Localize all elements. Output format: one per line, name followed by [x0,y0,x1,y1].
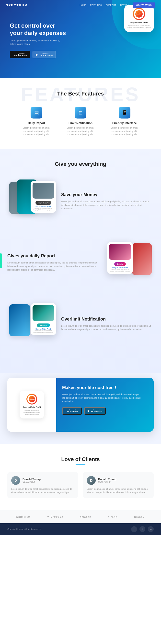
overlimit-desc: Lorem ipsum dolor sit amet, consectetur … [61,324,154,331]
report-icon: ▤ [34,110,39,116]
feature-friendly-interface: 📱 Friendly Interface Lorem ipsum dolor s… [108,107,142,136]
give-title: Give you everything [7,161,154,167]
google-store-button[interactable]: ▶ Download on the Store [32,51,56,58]
reviewer-name-1: Donald Trump [98,478,116,481]
phone-label: Easy to Make Profit [126,22,152,24]
daily-make-profit-label: Easy to Make Profit [109,267,131,268]
cta-google-icon: ▶ [88,409,90,412]
phone-sub: Spectrum let you save money by keeping d… [126,25,152,29]
cta-buttons: Download on the Store ▶ Download on the … [62,407,148,415]
save-phones-stack: Save Money Easy to Make Profit Spectrum … [7,177,56,226]
features-grid: ▤ Daily Report Lorem ipsum dolor sit ame… [10,107,151,136]
cta-wrapper: Turn it On Easy to Make Profit Spectrum … [0,373,161,444]
overlimit-make-profit-label: Easy to Make Profit [32,328,54,330]
nav-support[interactable]: SUPPORT [106,4,116,6]
feature-desc-0: Lorem ipsum dolor sit amet, consectetur … [19,126,54,136]
save-money-title: Save your Money [61,192,154,197]
brand-dropbox: ✦ Dropbox [47,515,63,518]
nav-links: HOME FEATURES SUPPORT REVIEW CONTACT US [80,2,155,8]
brand-disney: Disney· [134,516,145,518]
cta-right: Makes your life cost free ! Lorem ipsum … [56,378,154,432]
brand-amazon: amazon [80,516,91,518]
save-money-desc: Lorem ipsum dolor sit amet, consectetur … [61,200,154,210]
details-btn[interactable]: Details [114,262,126,266]
daily-report-text: Gives you daily Report Lorem ipsum dolor… [7,254,100,272]
clients-title: Love of Clients [7,456,154,462]
nav-features[interactable]: FEATURES [90,4,102,6]
navigation: SPECTRUM HOME FEATURES SUPPORT REVIEW CO… [0,0,161,10]
testimonial-header-1: D Donald Trump CEO, Amour [87,476,150,485]
limit-notification-icon-box: ⊟ [75,107,86,118]
cta-section: Turn it On Easy to Make Profit Spectrum … [7,378,154,432]
hero-buttons: Download on the Store ▶ Download on the … [10,51,151,58]
twitter-icon[interactable]: t [140,526,145,532]
title-underline [76,464,86,465]
footer-socials: f t in [131,526,154,532]
hero-subtitle: Lorem ipsum dolor sit amet, consectetur … [10,39,64,46]
brands-section: Walmart★ ✦ Dropbox amazon airbnb Disney· [0,510,161,523]
daily-report-phones-stack: Details Easy to Make Profit Spectrum let… [105,238,154,287]
testimonial-0: D Donald Trump CEO, Amour Lorem ipsum do… [7,472,78,498]
daily-report-desc: Lorem ipsum dolor sit amet, consectetur … [7,261,100,272]
save-money-row: Save Money Easy to Make Profit Spectrum … [7,177,154,226]
testimonial-text-1: Lorem ipsum dolor sit amet, consectetur … [87,487,150,494]
cta-apple-button[interactable]: Download on the Store [62,407,82,415]
overlimit-phone-back [9,304,30,336]
apple-store-button[interactable]: Download on the Store [10,51,30,58]
testimonial-header-0: D Donald Trump CEO, Amour [11,476,74,485]
teal-left-decoration [0,254,2,268]
feature-desc-1: Lorem ipsum dolor sit amet, consectetur … [63,126,98,136]
phone-make-profit-label: Easy to Make Profit [32,206,54,208]
google-play-icon: ▶ [36,53,38,56]
daily-report-title: Gives you daily Report [7,254,100,258]
overlimit-text: Overlimit Notification Lorem ipsum dolor… [61,316,154,331]
avatar-1: D [87,476,96,485]
avatar-0: D [11,476,20,485]
facebook-icon[interactable]: f [131,526,137,532]
friendly-interface-icon-box: 📱 [119,107,130,118]
overlimit-title: Overlimit Notification [61,316,154,322]
cta-phone-logo: Turn it On [29,398,35,400]
brand-airbnb: airbnb [108,516,118,518]
testimonial-text-0: Lorem ipsum dolor sit amet, consectetur … [11,487,74,494]
give-section: Give you everything Save Money Easy to M… [0,149,161,373]
daily-report-row: Details Easy to Make Profit Spectrum let… [7,238,154,287]
footer: Copyright Ithaca, All rights reserved f … [0,523,161,535]
feature-name-2: Friendly Interface [108,122,142,125]
overlimit-make-profit-sub: Spectrum let you save money by keeping d… [32,330,54,333]
message-btn[interactable]: Message [37,324,50,327]
cta-google-button[interactable]: ▶ Download on the Store [84,407,106,415]
cta-left: Turn it On Easy to Make Profit Spectrum … [7,378,56,432]
daily-phone-front: Details Easy to Make Profit Spectrum let… [107,242,133,274]
hero-section: Get control overyour daily expenses Lore… [0,0,161,78]
features-title: The Best Features [10,90,151,97]
nav-home[interactable]: HOME [80,4,86,6]
daily-make-profit-sub: Spectrum let you save money by keeping d… [109,268,131,272]
overlimit-phones-stack: Message Easy to Make Profit Spectrum let… [7,300,56,348]
phone-make-profit-sub: Spectrum let you save money by keeping d… [32,208,54,211]
cta-phone-label: Easy to Make Profit [22,406,41,408]
overlimit-row: Message Easy to Make Profit Spectrum let… [7,300,154,348]
notification-icon: ⊟ [78,110,83,116]
feature-limit-notification: ⊟ Limit Notification Lorem ipsum dolor s… [63,107,98,136]
contact-button[interactable]: CONTACT US [133,2,155,8]
interface-icon: 📱 [122,110,128,116]
cta-title: Makes your life cost free ! [62,385,148,390]
feature-name-0: Daily Report [19,122,54,125]
feature-name-1: Limit Notification [63,122,98,125]
save-money-btn[interactable]: Save Money [36,201,51,205]
testimonials-grid: D Donald Trump CEO, Amour Lorem ipsum do… [7,472,154,498]
brand-walmart: Walmart★ [16,515,30,518]
phone-logo-text: Turn it On [136,13,142,15]
phone-front: Save Money Easy to Make Profit Spectrum … [30,181,56,213]
testimonial-1: D Donald Trump CEO, Amour Lorem ipsum do… [83,472,154,498]
save-money-text: Save your Money Lorem ipsum dolor sit am… [61,192,154,210]
linkedin-icon[interactable]: in [148,526,154,532]
reviewer-title-1: CEO, Amour [98,481,116,483]
clients-section: Love of Clients D Donald Trump CEO, Amou… [0,444,161,510]
nav-review[interactable]: REVIEW [120,4,129,6]
daily-phone-back [132,243,152,275]
cta-phone: Turn it On Easy to Make Profit Spectrum … [20,391,44,418]
daily-report-icon-box: ▤ [30,107,42,118]
cta-desc: Lorem ipsum dolor sit amet, consectetur … [62,393,148,403]
